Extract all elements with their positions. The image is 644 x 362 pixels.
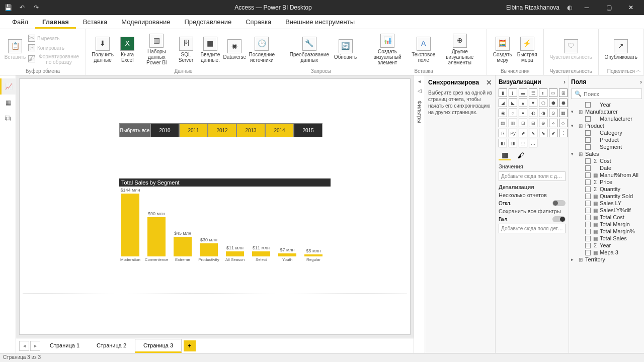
viz-type-icon[interactable]: ○ — [509, 109, 517, 117]
page-tab-1[interactable]: Страница 1 — [41, 339, 88, 353]
cut-button[interactable]: ✂Вырезать — [27, 34, 82, 43]
viz-type-icon[interactable]: ▤ — [499, 119, 507, 127]
expand-icon[interactable]: ◁ — [418, 88, 422, 94]
viz-type-icon[interactable]: ⬡ — [539, 99, 547, 107]
page-next-button[interactable]: ▸ — [30, 341, 40, 351]
fields-tab-icon[interactable]: ▦ — [499, 150, 511, 160]
field-Manufacturer[interactable]: Manufacturer — [571, 115, 642, 122]
field-Cost[interactable]: ΣCost — [571, 157, 642, 164]
menu-Главная[interactable]: Главная — [35, 15, 76, 29]
viz-type-icon[interactable]: ◧ — [499, 139, 507, 147]
year-slicer[interactable]: Выбрать все201020112012201320142015 — [119, 123, 323, 137]
minimize-button[interactable]: ─ — [578, 0, 596, 15]
viz-type-icon[interactable]: ▦ — [559, 109, 568, 117]
paste-button[interactable]: 📋Вставить — [4, 38, 26, 61]
bar-Extreme[interactable]: $45 млнExtreme — [173, 231, 193, 262]
field-Мера 3[interactable]: ▦Мера 3 — [571, 249, 642, 256]
values-well[interactable]: Добавьте сюда поля с дан… — [499, 171, 566, 181]
filters-rail[interactable]: ◂ ◁ Фильтры — [414, 75, 425, 353]
viz-type-icon[interactable]: ⫿ — [509, 88, 517, 97]
viz-type-icon[interactable]: ▼ — [529, 99, 537, 107]
cross-report-toggle[interactable] — [552, 200, 566, 206]
slicer-2013[interactable]: 2013 — [236, 123, 265, 137]
add-page-button[interactable]: + — [184, 340, 196, 351]
viz-type-icon[interactable]: ⬢ — [549, 99, 557, 107]
viz-type-icon[interactable]: ◑ — [539, 109, 547, 117]
fields-search[interactable]: 🔍 — [571, 88, 642, 99]
dataverse-button[interactable]: ◉Dataverse — [223, 38, 246, 61]
slicer-2012[interactable]: 2012 — [208, 123, 236, 137]
publish-button[interactable]: ↗Опубликовать — [603, 38, 639, 61]
page-prev-button[interactable]: ◂ — [19, 341, 29, 351]
recent-sources-button[interactable]: 🕑Последние источники — [247, 36, 277, 64]
drillthrough-well[interactable]: Добавьте сюда поля дета… — [499, 224, 566, 233]
undo-icon[interactable]: ↶ — [18, 4, 26, 12]
keep-filters-toggle[interactable] — [552, 216, 566, 222]
field-Sales[interactable]: ▾⊞Sales — [571, 150, 642, 157]
viz-type-icon[interactable]: ◐ — [529, 109, 537, 117]
quick-measure-button[interactable]: ⚡Быстрая мера — [515, 36, 539, 64]
field-Year[interactable]: Year — [571, 101, 642, 108]
pbi-datasets-button[interactable]: ▥Наборы данных Power BI — [139, 33, 174, 66]
expand-viz-icon[interactable]: › — [564, 78, 566, 85]
menu-Моделирование[interactable]: Моделирование — [114, 15, 177, 29]
text-box-button[interactable]: AТекстовое поле — [411, 36, 436, 64]
sql-server-button[interactable]: 🗄SQL Server — [175, 36, 197, 64]
field-Total Cost[interactable]: ▦Total Cost — [571, 214, 642, 221]
get-data-button[interactable]: ⬇Получить данные — [90, 36, 115, 64]
more-visuals-button[interactable]: ⊕Другие визуальные элементы — [437, 33, 482, 66]
field-Product[interactable]: Product — [571, 136, 642, 143]
viz-type-icon[interactable]: ⊡ — [519, 119, 527, 127]
viz-type-icon[interactable]: ◢ — [499, 99, 507, 107]
viz-type-icon[interactable]: ▬ — [519, 88, 527, 97]
close-button[interactable]: ✕ — [622, 0, 640, 15]
copy-button[interactable]: ⎘Копировать — [27, 44, 82, 53]
search-input[interactable] — [584, 91, 638, 97]
bar-Productivity[interactable]: $30 млнProductivity — [199, 237, 219, 262]
field-Price[interactable]: ΣPrice — [571, 178, 642, 186]
slicer-select-all[interactable]: Выбрать все — [119, 123, 150, 137]
field-Sales LY[interactable]: ▦Sales LY — [571, 200, 642, 207]
viz-type-icon[interactable]: ⬋ — [549, 129, 557, 137]
field-Manuf%from All[interactable]: ▦Manuf%from All — [571, 171, 642, 178]
slicer-2011[interactable]: 2011 — [179, 123, 208, 137]
field-SalesLY%dif[interactable]: ▦SalesLY%dif — [571, 207, 642, 214]
viz-type-icon[interactable]: R — [499, 129, 507, 137]
menu-Справка[interactable]: Справка — [238, 15, 278, 29]
viz-type-icon[interactable]: ⬊ — [539, 129, 547, 137]
viz-type-icon[interactable]: ◉ — [499, 109, 507, 117]
redo-icon[interactable]: ↷ — [32, 4, 40, 12]
viz-type-icon[interactable]: ◇ — [559, 119, 568, 127]
bar-Regular[interactable]: $5 млнRegular — [303, 248, 324, 262]
excel-button[interactable]: XКнига Excel — [116, 36, 138, 64]
field-Quantity[interactable]: ΣQuantity — [571, 186, 642, 193]
model-view-icon[interactable]: ⿻ — [0, 111, 16, 127]
sensitivity-button[interactable]: 🛡Чувствительность — [548, 38, 594, 61]
menu-Файл[interactable]: Файл — [5, 15, 35, 29]
data-view-icon[interactable]: ▦ — [0, 95, 16, 111]
save-icon[interactable]: 💾 — [4, 4, 12, 12]
viz-type-icon[interactable]: ▭ — [549, 88, 557, 97]
viz-type-icon[interactable]: ⊟ — [529, 119, 537, 127]
format-painter-button[interactable]: 🖌Форматирование по образцу — [27, 53, 82, 65]
bar-Select[interactable]: $11 млнSelect — [251, 245, 271, 262]
field-Manufacturer[interactable]: ▾⊞Manufacturer — [571, 108, 642, 115]
field-Year[interactable]: ΣYear — [571, 242, 642, 249]
viz-type-icon[interactable]: ● — [519, 109, 527, 117]
user-name[interactable]: Elbina Rizakhanova — [506, 4, 559, 11]
field-Quantity Sold[interactable]: ▦Quantity Sold — [571, 193, 642, 200]
field-Category[interactable]: Category — [571, 129, 642, 136]
viz-type-icon[interactable]: ⬈ — [519, 129, 527, 137]
viz-type-icon[interactable]: ▥ — [509, 119, 517, 127]
maximize-button[interactable]: ▢ — [600, 0, 618, 15]
field-Territory[interactable]: ▸⊞Territory — [571, 256, 642, 263]
new-measure-button[interactable]: 🧮Создать меру — [491, 36, 514, 64]
transform-data-button[interactable]: 🔧Преобразование данных — [285, 36, 333, 64]
refresh-button[interactable]: 🔄Обновить — [335, 38, 357, 61]
user-avatar-icon[interactable]: ◐ — [566, 4, 574, 12]
slicer-2010[interactable]: 2010 — [150, 123, 179, 137]
format-tab-icon[interactable]: 🖌 — [515, 150, 527, 160]
new-visual-button[interactable]: 📊Создать визуальный элемент — [365, 33, 410, 66]
viz-type-icon[interactable]: ⊙ — [549, 109, 557, 117]
viz-type-icon[interactable]: ⬉ — [529, 129, 537, 137]
